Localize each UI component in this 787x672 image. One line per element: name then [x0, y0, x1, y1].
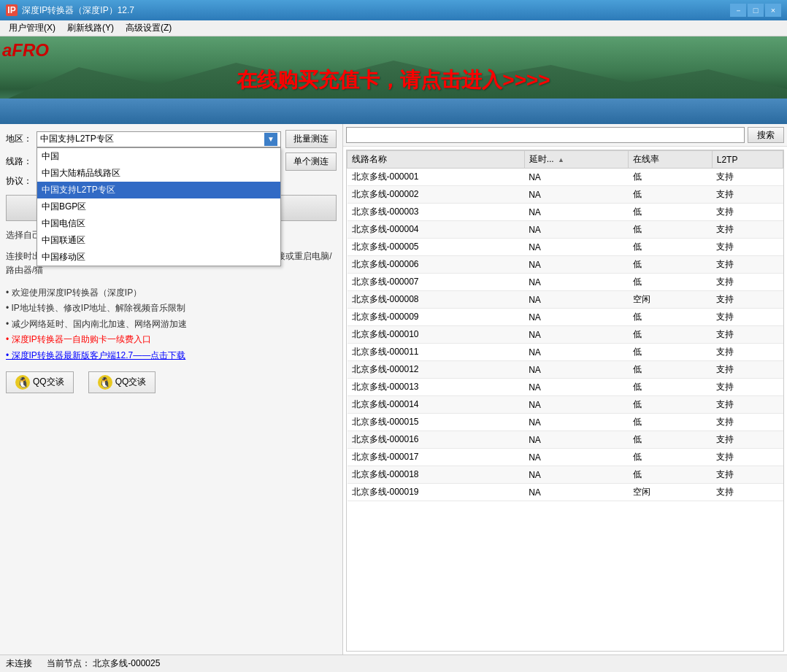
cell-delay: NA: [524, 414, 629, 431]
search-button[interactable]: 搜索: [748, 127, 784, 143]
link-item[interactable]: • 深度IP转换器最新版客户端12.7——点击下载: [6, 348, 337, 364]
banner[interactable]: aFRO 在线购买充值卡，请点击进入>>>>: [0, 36, 787, 124]
test-buttons: 批量测连: [285, 130, 337, 148]
cell-delay: NA: [524, 484, 629, 501]
cell-online: 空闲: [629, 484, 712, 501]
col-header-name[interactable]: 线路名称: [348, 151, 525, 169]
cell-delay: NA: [524, 466, 629, 484]
cell-delay: NA: [524, 396, 629, 414]
cell-delay: NA: [524, 344, 629, 361]
link-item[interactable]: • 深度IP转换器一自助购卡一续费入口: [6, 332, 337, 348]
links-section: • 欢迎使用深度IP转换器（深度IP）• IP地址转换、修改IP地址、解除视频音…: [6, 285, 337, 364]
table-row[interactable]: 北京多线-000016NA低支持: [348, 431, 783, 449]
table-row[interactable]: 北京多线-000011NA低支持: [348, 344, 783, 361]
close-button[interactable]: ×: [765, 4, 781, 17]
table-row[interactable]: 北京多线-000009NA低支持: [348, 309, 783, 326]
cell-l2tp: 支持: [712, 449, 783, 466]
cell-delay: NA: [524, 256, 629, 274]
window-controls: － □ ×: [730, 4, 781, 17]
single-test-button[interactable]: 单个测连: [285, 152, 337, 171]
dropdown-option[interactable]: 中国BGP区: [37, 198, 280, 215]
cell-online: 低: [629, 396, 712, 414]
table-row[interactable]: 北京多线-000003NA低支持: [348, 204, 783, 221]
cell-online: 低: [629, 239, 712, 256]
table-row[interactable]: 北京多线-000001NA低支持: [348, 169, 783, 186]
table-row[interactable]: 北京多线-000017NA低支持: [348, 449, 783, 466]
cell-name: 北京多线-000002: [348, 186, 525, 204]
cell-l2tp: 支持: [712, 431, 783, 449]
region-selected-value: 中国支持L2TP专区: [40, 133, 114, 145]
region-dropdown[interactable]: 中国支持L2TP专区 ▼: [37, 131, 281, 147]
dropdown-option[interactable]: 中国电信区: [37, 215, 280, 232]
right-panel: 搜索 线路名称 延时... ▲ 在线率 L2TP 北京多线-000001NA低支…: [343, 124, 787, 654]
cell-l2tp: 支持: [712, 466, 783, 484]
cell-delay: NA: [524, 186, 629, 204]
cell-l2tp: 支持: [712, 484, 783, 501]
cell-l2tp: 支持: [712, 414, 783, 431]
cell-name: 北京多线-000005: [348, 239, 525, 256]
qq-icon-2: 🐧: [98, 375, 112, 390]
cell-online: 低: [629, 274, 712, 291]
menu-refresh-lines[interactable]: 刷新线路(Y): [61, 20, 120, 36]
cell-l2tp: 支持: [712, 344, 783, 361]
cell-online: 低: [629, 414, 712, 431]
cell-online: 低: [629, 431, 712, 449]
table-scroll-container[interactable]: 线路名称 延时... ▲ 在线率 L2TP 北京多线-000001NA低支持北京…: [346, 150, 784, 652]
cell-name: 北京多线-000017: [348, 449, 525, 466]
cell-l2tp: 支持: [712, 291, 783, 309]
qq-btn-2[interactable]: 🐧 QQ交谈: [88, 371, 156, 393]
table-row[interactable]: 北京多线-000013NA低支持: [348, 379, 783, 396]
table-row[interactable]: 北京多线-000012NA低支持: [348, 361, 783, 379]
cell-name: 北京多线-000006: [348, 256, 525, 274]
single-test-btn-container: 单个测连: [285, 152, 337, 171]
cell-l2tp: 支持: [712, 274, 783, 291]
line-label: 线路：: [6, 155, 32, 168]
table-row[interactable]: 北京多线-000019NA空闲支持: [348, 484, 783, 501]
region-label: 地区：: [6, 133, 32, 145]
col-header-l2tp[interactable]: L2TP: [712, 151, 783, 169]
dropdown-option[interactable]: 中国: [37, 148, 280, 165]
dropdown-option[interactable]: 中国大陆精品线路区: [37, 165, 280, 182]
cell-delay: NA: [524, 221, 629, 239]
search-input[interactable]: [346, 127, 745, 143]
table-row[interactable]: 北京多线-000004NA低支持: [348, 221, 783, 239]
banner-text[interactable]: 在线购买充值卡，请点击进入>>>>: [237, 66, 550, 94]
cell-online: 低: [629, 221, 712, 239]
table-row[interactable]: 北京多线-000006NA低支持: [348, 256, 783, 274]
table-row[interactable]: 北京多线-000010NA低支持: [348, 326, 783, 344]
cell-name: 北京多线-000010: [348, 326, 525, 344]
col-header-delay[interactable]: 延时... ▲: [524, 151, 629, 169]
cell-l2tp: 支持: [712, 361, 783, 379]
minimize-button[interactable]: －: [730, 4, 746, 17]
cell-name: 北京多线-000016: [348, 431, 525, 449]
left-panel: 地区： 中国支持L2TP专区 ▼ 中国中国大陆精品线路区中国支持L2TP专区中国…: [0, 124, 343, 654]
dropdown-option[interactable]: 中国联通区: [37, 232, 280, 249]
region-dropdown-container: 中国支持L2TP专区 ▼ 中国中国大陆精品线路区中国支持L2TP专区中国BGP区…: [37, 131, 281, 147]
cell-l2tp: 支持: [712, 379, 783, 396]
table-row[interactable]: 北京多线-000018NA低支持: [348, 466, 783, 484]
table-row[interactable]: 北京多线-000014NA低支持: [348, 396, 783, 414]
dropdown-option[interactable]: 中国移动区: [37, 249, 280, 266]
region-dropdown-menu: 中国中国大陆精品线路区中国支持L2TP专区中国BGP区中国电信区中国联通区中国移…: [37, 147, 281, 266]
menu-advanced-settings[interactable]: 高级设置(Z): [120, 20, 177, 36]
cell-l2tp: 支持: [712, 396, 783, 414]
cell-name: 北京多线-000011: [348, 344, 525, 361]
current-node-value: 北京多线-000025: [93, 658, 160, 668]
cell-online: 低: [629, 169, 712, 186]
table-row[interactable]: 北京多线-000015NA低支持: [348, 414, 783, 431]
qq-row: 🐧 QQ交谈 🐧 QQ交谈: [6, 371, 337, 393]
qq-btn-1-label: QQ交谈: [33, 376, 64, 388]
maximize-button[interactable]: □: [748, 4, 764, 17]
col-header-online[interactable]: 在线率: [629, 151, 712, 169]
table-row[interactable]: 北京多线-000005NA低支持: [348, 239, 783, 256]
table-row[interactable]: 北京多线-000007NA低支持: [348, 274, 783, 291]
table-row[interactable]: 北京多线-000002NA低支持: [348, 186, 783, 204]
menu-user-management[interactable]: 用户管理(X): [3, 20, 61, 36]
cell-name: 北京多线-000012: [348, 361, 525, 379]
table-row[interactable]: 北京多线-000008NA空闲支持: [348, 291, 783, 309]
cell-l2tp: 支持: [712, 186, 783, 204]
batch-test-button[interactable]: 批量测连: [285, 130, 337, 148]
cell-online: 低: [629, 361, 712, 379]
qq-btn-1[interactable]: 🐧 QQ交谈: [6, 371, 74, 393]
dropdown-option[interactable]: 中国支持L2TP专区: [37, 182, 280, 198]
